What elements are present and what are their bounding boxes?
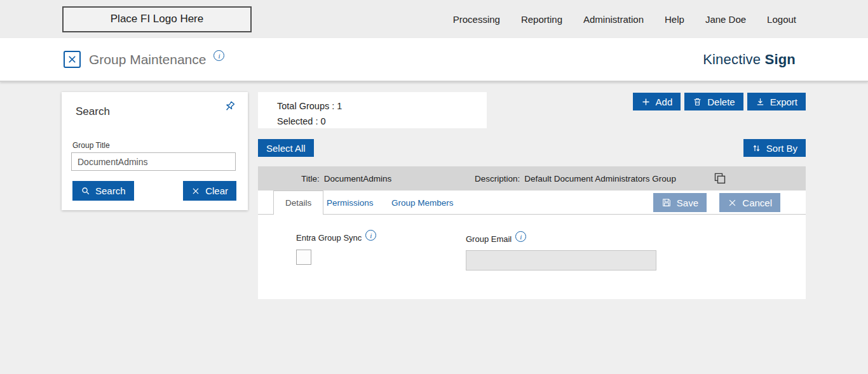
entra-group-sync-field: Entra Group Sync i [296, 233, 376, 244]
page-header: Group Maintenance i Kinective Sign [0, 38, 868, 82]
stats-box: Total Groups : 1 Selected : 0 [258, 92, 487, 128]
download-icon [756, 97, 765, 107]
brand-product: Sign [765, 51, 796, 67]
group-actions: Add Delete Export [633, 93, 806, 110]
export-button-label: Export [770, 97, 797, 107]
select-all-label: Select All [266, 143, 306, 154]
brand-name: Kinective [703, 51, 761, 67]
group-email-label: Group Email [466, 234, 512, 244]
selected-count: Selected : 0 [277, 114, 487, 129]
search-panel: Search Group Title Search Clear [62, 92, 248, 210]
top-bar: Place FI Logo Here Processing Reporting … [0, 0, 868, 38]
total-groups-count: Total Groups : 1 [277, 98, 487, 114]
group-detail-panel: Details Permissions Group Members Save C… [258, 190, 806, 299]
delete-button[interactable]: Delete [684, 93, 743, 110]
tab-permissions[interactable]: Permissions [327, 197, 374, 207]
group-title-key: Title: [301, 174, 320, 184]
entra-group-sync-checkbox[interactable] [296, 250, 311, 265]
sort-by-label: Sort By [766, 143, 797, 154]
group-row-title: Title:DocumentAdmins [301, 174, 391, 184]
add-button[interactable]: Add [633, 93, 681, 110]
sort-arrows-icon [752, 144, 761, 153]
nav-administration[interactable]: Administration [583, 14, 644, 25]
pin-icon[interactable] [222, 100, 236, 116]
group-title-label: Group Title [72, 141, 110, 150]
cancel-button[interactable]: Cancel [719, 193, 780, 212]
fi-logo-text: Place FI Logo Here [111, 13, 203, 25]
search-button-label: Search [95, 185, 126, 196]
nav-user[interactable]: Jane Doe [705, 14, 746, 25]
cancel-x-icon [728, 198, 737, 208]
export-button[interactable]: Export [747, 93, 806, 110]
select-all-button[interactable]: Select All [258, 139, 314, 157]
group-title-value: DocumentAdmins [324, 174, 392, 184]
copy-icon [712, 171, 728, 186]
fi-logo-placeholder: Place FI Logo Here [62, 6, 252, 32]
nav-help[interactable]: Help [665, 14, 684, 25]
tab-details[interactable]: Details [273, 190, 323, 215]
top-navigation: Processing Reporting Administration Help… [453, 14, 868, 25]
save-floppy-icon [661, 197, 672, 208]
clear-button-label: Clear [205, 185, 228, 196]
group-row[interactable]: Title:DocumentAdmins Description:Default… [258, 166, 806, 190]
entra-group-sync-label: Entra Group Sync [296, 233, 362, 243]
nav-processing[interactable]: Processing [453, 14, 500, 25]
group-email-input [466, 250, 656, 270]
sort-by-button[interactable]: Sort By [743, 139, 806, 157]
tab-group-members[interactable]: Group Members [391, 197, 454, 207]
group-email-info-icon[interactable]: i [515, 231, 526, 242]
clear-button[interactable]: Clear [183, 181, 236, 201]
trash-icon [693, 97, 702, 107]
brand-logo: Kinective Sign [703, 51, 868, 68]
page-title-info-icon[interactable]: i [214, 50, 224, 61]
save-button[interactable]: Save [653, 193, 707, 212]
copy-button[interactable] [712, 171, 728, 188]
add-button-label: Add [656, 97, 673, 107]
group-title-input[interactable] [71, 152, 236, 171]
group-email-field: Group Email i [466, 234, 526, 245]
group-maintenance-icon [64, 51, 81, 68]
nav-reporting[interactable]: Reporting [521, 14, 562, 25]
search-panel-title: Search [76, 105, 110, 118]
group-row-description: Description:Default Document Administrat… [475, 174, 676, 184]
group-description-key: Description: [475, 174, 520, 184]
plus-icon [641, 97, 651, 107]
nav-logout[interactable]: Logout [767, 14, 796, 25]
page-title: Group Maintenance [89, 52, 206, 67]
tab-bar: Details Permissions Group Members Save C… [258, 190, 806, 215]
clear-x-icon [191, 187, 200, 196]
search-button[interactable]: Search [72, 181, 134, 201]
delete-button-label: Delete [707, 97, 735, 107]
main-content: Search Group Title Search Clear Tot [0, 82, 868, 374]
details-tab-content: Entra Group Sync i Group Email i [258, 215, 806, 298]
cancel-button-label: Cancel [742, 197, 772, 208]
save-button-label: Save [677, 197, 698, 208]
group-description-value: Default Document Administrators Group [524, 174, 676, 184]
search-icon [81, 186, 90, 196]
entra-group-sync-info-icon[interactable]: i [365, 230, 376, 241]
